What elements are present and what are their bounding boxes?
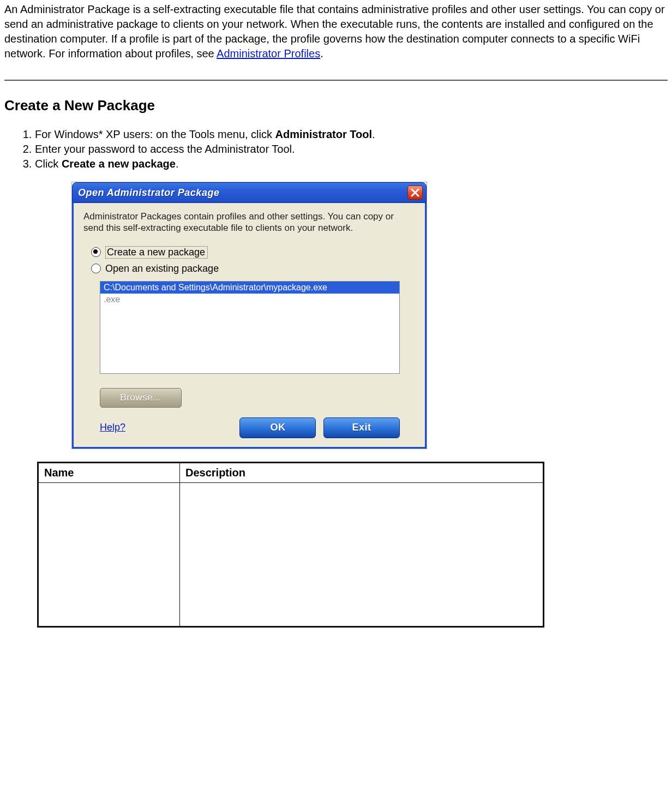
step-3-text: Click (35, 158, 62, 170)
step-3-suffix: . (176, 158, 179, 170)
radio-create-label: Create a new package (105, 246, 208, 259)
open-administrator-package-dialog: Open Administrator Package Administrator… (72, 182, 427, 449)
administrator-profiles-link[interactable]: Administrator Profiles (217, 47, 320, 59)
col-header-name: Name (38, 462, 180, 482)
section-heading: Create a New Package (4, 97, 668, 114)
section-divider (4, 80, 668, 81)
dialog-description: Administrator Packages contain profiles … (83, 211, 415, 234)
cell-description (180, 482, 544, 626)
dialog-body: Administrator Packages contain profiles … (72, 203, 427, 449)
radio-create-new-package[interactable]: Create a new package (91, 246, 415, 259)
intro-text-after: . (320, 47, 323, 59)
intro-paragraph: An Administrator Package is a self-extra… (4, 2, 668, 61)
dialog-titlebar[interactable]: Open Administrator Package (72, 182, 427, 203)
step-1-text: For Windows* XP users: on the Tools menu… (35, 128, 275, 140)
intro-text-before: An Administrator Package is a self-extra… (4, 3, 665, 59)
list-item[interactable]: C:\Documents and Settings\Administrator\… (100, 282, 399, 294)
package-listbox[interactable]: C:\Documents and Settings\Administrator\… (100, 281, 400, 374)
radio-icon (91, 247, 101, 257)
step-3: Click Create a new package. (35, 157, 668, 171)
exit-button[interactable]: Exit (323, 417, 400, 438)
ok-button[interactable]: OK (239, 417, 316, 438)
browse-button[interactable]: Browse... (100, 388, 182, 408)
step-2: Enter your password to access the Admini… (35, 142, 668, 157)
dialog-title: Open Administrator Package (78, 187, 219, 199)
radio-open-existing-package[interactable]: Open an existing package (91, 263, 415, 274)
step-1-suffix: . (372, 128, 375, 140)
table-header-row: Name Description (38, 462, 544, 482)
cell-name (38, 482, 180, 626)
close-icon[interactable] (407, 186, 423, 200)
radio-open-label: Open an existing package (105, 263, 219, 274)
steps-list: For Windows* XP users: on the Tools menu… (4, 127, 668, 171)
step-1-bold: Administrator Tool (275, 128, 372, 140)
step-1: For Windows* XP users: on the Tools menu… (35, 127, 668, 142)
name-description-table: Name Description (37, 462, 544, 628)
step-3-bold: Create a new package (62, 158, 176, 170)
help-link[interactable]: Help? (100, 422, 125, 433)
table-row (38, 482, 544, 626)
radio-icon (91, 264, 101, 273)
list-item[interactable]: .exe (100, 294, 399, 306)
col-header-description: Description (180, 462, 544, 482)
